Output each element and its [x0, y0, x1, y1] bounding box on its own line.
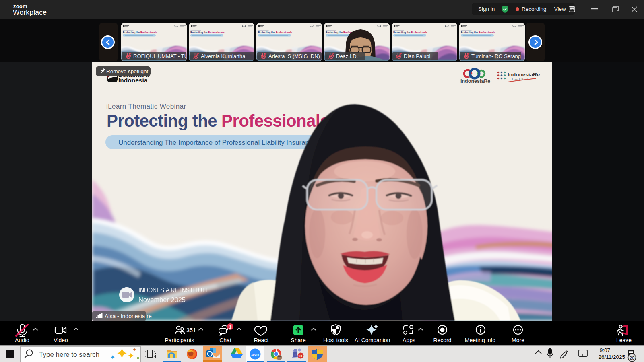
svg-text:Host tools: Host tools	[323, 337, 348, 343]
svg-text:T: T	[294, 353, 296, 357]
svg-text:Share: Share	[291, 337, 306, 343]
svg-text:Meeting info: Meeting info	[465, 337, 495, 343]
svg-text:Type here to search: Type here to search	[39, 351, 99, 358]
svg-text:Participants: Participants	[165, 337, 194, 343]
svg-text:Audio: Audio	[15, 337, 29, 343]
svg-text:React: React	[254, 337, 269, 343]
svg-text:Understanding The Importance o: Understanding The Importance of Professi…	[118, 139, 316, 146]
svg-text:26/11/2025: 26/11/2025	[598, 354, 625, 360]
svg-text:Chat: Chat	[219, 337, 231, 343]
svg-text:Apps: Apps	[402, 337, 415, 343]
svg-text:zoom: zoom	[251, 353, 259, 356]
svg-text:9:07: 9:07	[600, 347, 610, 353]
svg-text:IndonesiaRe: IndonesiaRe	[460, 78, 490, 84]
svg-text:Indonesia: Indonesia	[118, 77, 148, 84]
svg-text:Alsa - Indonesia re: Alsa - Indonesia re	[105, 313, 152, 319]
svg-text:INDONESIA RE INSTITUTE: INDONESIA RE INSTITUTE	[138, 286, 209, 294]
svg-text:IndonesiaRe: IndonesiaRe	[508, 72, 540, 78]
svg-text:iLearn Thematic Webinar: iLearn Thematic Webinar	[106, 103, 186, 110]
svg-text:1: 1	[229, 325, 232, 329]
svg-text:Record: Record	[433, 337, 451, 343]
svg-text:More: More	[512, 337, 524, 343]
svg-text:9+: 9+	[299, 354, 303, 358]
svg-text:Remove spotlight: Remove spotlight	[106, 68, 149, 74]
svg-text:Leave: Leave	[616, 337, 632, 343]
svg-text:Protecting the Professionals: Protecting the Professionals	[107, 111, 329, 130]
svg-text:November 2025: November 2025	[138, 296, 186, 303]
svg-text:20: 20	[630, 356, 635, 360]
svg-text:Video: Video	[54, 337, 68, 343]
svg-text:351: 351	[186, 327, 196, 333]
svg-text:AI Companion: AI Companion	[355, 337, 390, 343]
